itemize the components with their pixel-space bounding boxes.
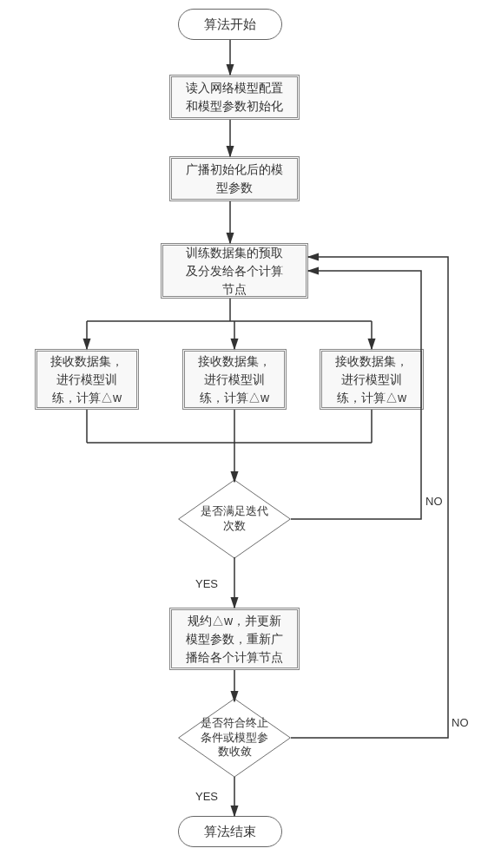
stop-decision-label: 是否符合终止条件或模型参数收敛 [178,694,291,781]
train-process-1: 接收数据集，进行模型训练，计算△w [35,349,139,410]
yes-label-2: YES [195,790,218,803]
broadcast-process: 广播初始化后的模型参数 [169,156,300,201]
no-label-2: NO [452,716,469,729]
reduce-process: 规约△w，并更新模型参数，重新广播给各个计算节点 [169,608,300,670]
no-label-1: NO [425,495,443,508]
init-process: 读入网络模型配置和模型参数初始化 [169,75,300,120]
prefetch-label: 训练数据集的预取及分发给各个计算节点 [186,244,283,299]
yes-label-1: YES [195,577,218,590]
broadcast-label: 广播初始化后的模型参数 [186,161,283,197]
iter-decision: 是否满足迭代次数 [178,476,291,562]
iter-decision-label: 是否满足迭代次数 [178,476,291,562]
start-node: 算法开始 [178,9,282,40]
init-label: 读入网络模型配置和模型参数初始化 [186,79,283,115]
prefetch-process: 训练数据集的预取及分发给各个计算节点 [161,243,308,299]
train-process-3: 接收数据集，进行模型训练，计算△w [320,349,424,410]
end-node: 算法结束 [178,816,282,847]
train3-label: 接收数据集，进行模型训练，计算△w [335,352,408,407]
train2-label: 接收数据集，进行模型训练，计算△w [198,352,271,407]
start-label: 算法开始 [204,16,256,33]
reduce-label: 规约△w，并更新模型参数，重新广播给各个计算节点 [186,612,283,667]
end-label: 算法结束 [204,824,256,840]
train-process-2: 接收数据集，进行模型训练，计算△w [182,349,287,410]
train1-label: 接收数据集，进行模型训练，计算△w [50,352,123,407]
stop-decision: 是否符合终止条件或模型参数收敛 [178,694,291,781]
